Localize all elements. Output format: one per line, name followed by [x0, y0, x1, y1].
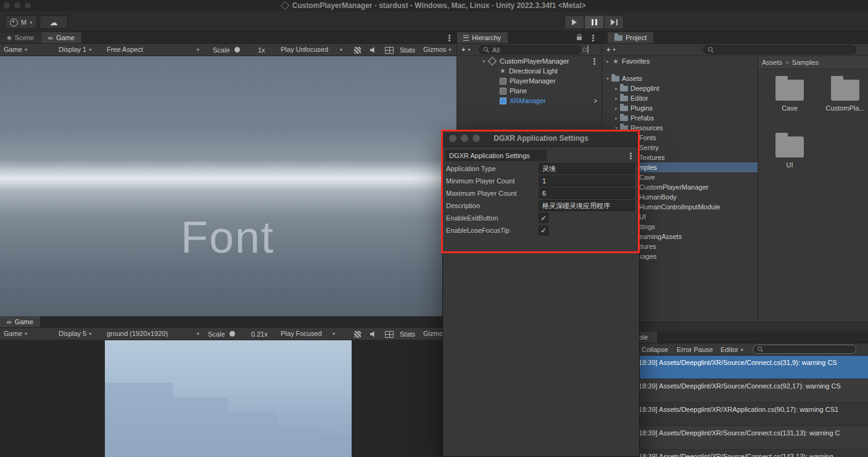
pause-button[interactable]	[584, 15, 604, 29]
game-view-menu-dropdown[interactable]: Game	[4, 46, 27, 53]
hierarchy-scene-row[interactable]: ▾ CustomPlayerManager	[457, 56, 601, 66]
description-field[interactable]: 格灵深瞳灵境应用程序	[539, 200, 635, 211]
tree-item-assets[interactable]: ▾ Assets	[601, 73, 758, 83]
console-log-row[interactable]: [18:39] Assets/Deepglint/XR/Source/Conne…	[601, 426, 868, 450]
tab-scene[interactable]: ◉ Scene	[0, 32, 41, 43]
application-type-field[interactable]: 灵境	[539, 163, 635, 174]
enable-lose-focus-tip-checkbox[interactable]	[539, 225, 548, 235]
maximize-window-icon[interactable]	[473, 135, 480, 142]
foldout-icon[interactable]: ▸	[604, 59, 611, 64]
collapse-toggle[interactable]: Collapse	[642, 346, 668, 353]
hierarchy-item-selected[interactable]: XRManager >	[457, 96, 601, 106]
project-search-input[interactable]	[703, 45, 856, 54]
display-dropdown-2[interactable]: Display 5	[59, 330, 91, 337]
tab-project[interactable]: Project	[608, 32, 653, 43]
game2-tabstrip: ∞ Game	[0, 316, 457, 328]
breadcrumb-current[interactable]: Samples	[792, 59, 819, 66]
breadcrumb-root[interactable]: Assets	[762, 59, 782, 66]
folder-open-icon	[611, 76, 619, 82]
foldout-icon[interactable]: ▾	[480, 59, 487, 64]
panel-menu-icon[interactable]	[448, 34, 450, 42]
tree-item[interactable]: ▸Deepglint	[601, 83, 758, 93]
cloud-button[interactable]: ☁	[39, 15, 68, 29]
maximize-window-icon[interactable]	[25, 2, 31, 9]
add-object-dropdown[interactable]: +	[461, 46, 470, 53]
console-log-row[interactable]: [18:39] Assets/Deepglint/XR/Source/Conne…	[601, 379, 868, 403]
foldout-icon[interactable]: ▸	[613, 96, 620, 101]
asset-folder[interactable]: UI	[767, 130, 812, 169]
folder-icon	[620, 86, 628, 91]
folder-icon	[620, 96, 628, 101]
foldout-icon[interactable]: ▸	[613, 115, 620, 121]
error-pause-toggle[interactable]: Error Pause	[677, 346, 713, 353]
editor-dropdown[interactable]: Editor	[721, 346, 743, 353]
checker-icon[interactable]	[352, 45, 363, 55]
enable-exit-button-checkbox[interactable]	[539, 213, 548, 223]
console-log-row-selected[interactable]: [18:39] Assets/Deepglint/XR/Source/Conne…	[601, 356, 868, 379]
game-view-menu-dropdown-2[interactable]: Game	[4, 330, 27, 337]
slider-knob[interactable]	[229, 331, 235, 337]
project-tabstrip: Project	[601, 32, 868, 44]
hierarchy-item[interactable]: PlayerManager	[457, 76, 601, 86]
grid-icon[interactable]	[384, 45, 395, 55]
console-log-row[interactable]: [18:39] Assets/Deepglint/XR/XRApplicatio…	[601, 403, 868, 426]
object-picker-icon[interactable]	[587, 45, 589, 54]
foldout-icon[interactable]: ▸	[613, 106, 620, 111]
step-forward-icon	[611, 19, 615, 25]
console-search-input[interactable]	[753, 345, 856, 354]
project-panel: ▸ ★ Favorites ▾ Assets ▸Deepglint ▸Edito…	[601, 56, 868, 322]
step-button[interactable]	[604, 15, 624, 29]
asset-folder[interactable]: CustomPla...	[822, 73, 868, 112]
mute-audio-icon[interactable]	[368, 329, 379, 339]
inspector-field: Maximum Player Count 6	[443, 187, 639, 199]
focus-dropdown[interactable]: Play Unfocused	[281, 46, 342, 53]
component-menu-icon[interactable]	[630, 152, 632, 160]
tree-item[interactable]: ▸Editor	[601, 93, 758, 103]
focus-dropdown-2[interactable]: Play Focused	[281, 330, 335, 337]
mute-audio-icon[interactable]	[368, 45, 379, 55]
close-window-icon[interactable]	[449, 135, 457, 142]
tree-item[interactable]: ▸Prefabs	[601, 113, 758, 123]
foldout-icon[interactable]: ▾	[604, 76, 611, 82]
hierarchy-item[interactable]: Plane	[457, 86, 601, 96]
aspect-dropdown[interactable]: Free Aspect	[107, 46, 199, 53]
lock-icon[interactable]	[577, 36, 582, 40]
game-view-bottom[interactable]	[105, 340, 352, 457]
minimize-window-icon[interactable]	[461, 135, 468, 142]
tree-item[interactable]: ▸Plugins	[601, 103, 758, 113]
stats-button-2[interactable]: Stats	[400, 330, 415, 338]
tab-game[interactable]: ∞ Game	[41, 32, 81, 43]
panel-menu-icon[interactable]	[592, 34, 594, 42]
scene-menu-icon[interactable]	[593, 57, 595, 65]
console-log-row[interactable]: [18:39] Assets/Deepglint/XR/Source/Conne…	[601, 450, 868, 457]
aspect-dropdown-2[interactable]: ground (1920x1920)	[107, 330, 199, 337]
asset-folder[interactable]: Cave	[767, 73, 812, 112]
floating-window-titlebar[interactable]: DGXR Application Settings	[443, 130, 639, 147]
tab-hierarchy[interactable]: Hierarchy	[457, 32, 508, 43]
slider-knob[interactable]	[234, 47, 240, 52]
scale-value-2: 0.21x	[251, 330, 268, 338]
min-player-count-field[interactable]: 1	[539, 175, 635, 187]
create-asset-dropdown[interactable]: +	[606, 46, 615, 53]
game-view-toolbar: Game Display 1 Free Aspect Scale 1x Play…	[0, 44, 457, 56]
game-view-top[interactable]: Font	[0, 56, 457, 316]
play-button[interactable]	[564, 15, 584, 29]
close-window-icon[interactable]	[4, 2, 10, 9]
max-player-count-field[interactable]: 6	[539, 188, 635, 199]
foldout-icon[interactable]: ▸	[613, 86, 620, 91]
tab-game-2[interactable]: ∞ Game	[0, 316, 40, 327]
checker-icon[interactable]	[352, 329, 363, 339]
tree-item-favorites[interactable]: ▸ ★ Favorites	[601, 56, 758, 66]
panel-divider[interactable]	[758, 56, 758, 322]
minimize-window-icon[interactable]	[14, 2, 20, 9]
hierarchy-item[interactable]: ☀ Directional Light	[457, 66, 601, 76]
grid-icon[interactable]	[384, 329, 395, 339]
gizmos-dropdown[interactable]: Gizmos	[423, 46, 451, 53]
gameobject-icon	[500, 88, 506, 94]
component-name[interactable]: DGXR Application Settings	[445, 150, 547, 161]
hierarchy-search-input[interactable]: All	[479, 45, 581, 54]
display-dropdown[interactable]: Display 1	[59, 46, 91, 53]
stats-button[interactable]: Stats	[400, 46, 415, 54]
account-button[interactable]: M ▾	[5, 15, 37, 29]
chevron-right-icon[interactable]: >	[593, 98, 597, 104]
